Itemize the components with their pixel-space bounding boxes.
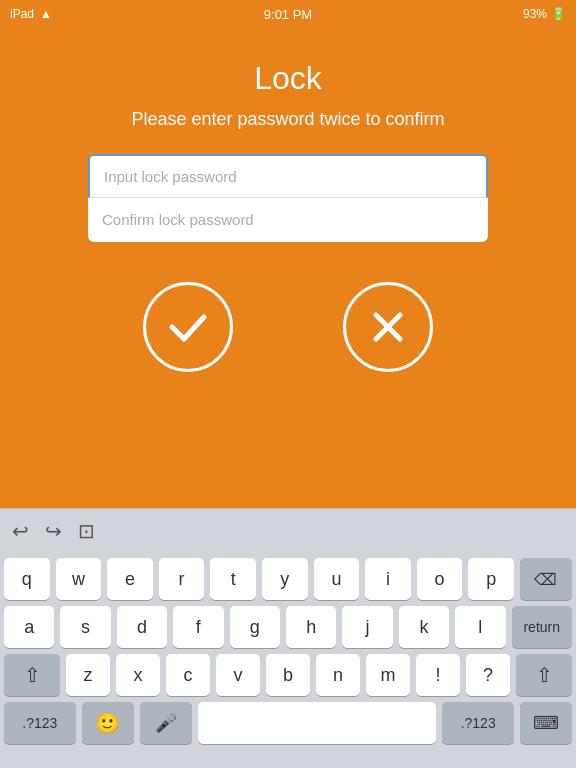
key-t[interactable]: t: [210, 558, 256, 600]
keyboard-keys: q w e r t y u i o p ⌫ a s d f g h j k l …: [0, 552, 576, 744]
key-a[interactable]: a: [4, 606, 54, 648]
keyboard-switch-key[interactable]: ⌨: [520, 702, 572, 744]
key-z[interactable]: z: [66, 654, 110, 696]
key-question[interactable]: ?: [466, 654, 510, 696]
key-p[interactable]: p: [468, 558, 514, 600]
status-time: 9:01 PM: [264, 7, 312, 22]
status-left: iPad ▲: [10, 7, 52, 21]
emoji-key[interactable]: 🙂: [82, 702, 134, 744]
copy-button[interactable]: ⊡: [78, 519, 95, 543]
status-bar: iPad ▲ 9:01 PM 93% 🔋: [0, 0, 576, 28]
x-icon: [364, 303, 412, 351]
keyboard: ↩ ↪ ⊡ q w e r t y u i o p ⌫ a s d f g h …: [0, 508, 576, 768]
key-e[interactable]: e: [107, 558, 153, 600]
key-o[interactable]: o: [417, 558, 463, 600]
key-exclaim[interactable]: !: [416, 654, 460, 696]
key-w[interactable]: w: [56, 558, 102, 600]
return-key[interactable]: return: [512, 606, 572, 648]
main-content: Lock Please enter password twice to conf…: [0, 0, 576, 520]
key-d[interactable]: d: [117, 606, 167, 648]
password-input-1[interactable]: [88, 154, 488, 198]
status-right: 93% 🔋: [523, 7, 566, 21]
redo-button[interactable]: ↪: [45, 519, 62, 543]
key-row-2: a s d f g h j k l return: [4, 606, 572, 648]
keyboard-toolbar: ↩ ↪ ⊡: [0, 508, 576, 552]
key-j[interactable]: j: [342, 606, 392, 648]
undo-button[interactable]: ↩: [12, 519, 29, 543]
key-k[interactable]: k: [399, 606, 449, 648]
key-b[interactable]: b: [266, 654, 310, 696]
confirm-button[interactable]: [143, 282, 233, 372]
key-r[interactable]: r: [159, 558, 205, 600]
key-h[interactable]: h: [286, 606, 336, 648]
wifi-icon: ▲: [40, 7, 52, 21]
checkmark-icon: [164, 303, 212, 351]
number-key-right[interactable]: .?123: [442, 702, 514, 744]
mic-key[interactable]: 🎤: [140, 702, 192, 744]
key-m[interactable]: m: [366, 654, 410, 696]
key-y[interactable]: y: [262, 558, 308, 600]
page-title: Lock: [254, 60, 322, 97]
battery-icon: 🔋: [551, 7, 566, 21]
key-g[interactable]: g: [230, 606, 280, 648]
cancel-button[interactable]: [343, 282, 433, 372]
key-q[interactable]: q: [4, 558, 50, 600]
key-i[interactable]: i: [365, 558, 411, 600]
shift-key-left[interactable]: ⇧: [4, 654, 60, 696]
password-input-2[interactable]: [88, 198, 488, 242]
key-n[interactable]: n: [316, 654, 360, 696]
backspace-key[interactable]: ⌫: [520, 558, 572, 600]
key-row-1: q w e r t y u i o p ⌫: [4, 558, 572, 600]
space-key[interactable]: [198, 702, 437, 744]
key-l[interactable]: l: [455, 606, 505, 648]
device-label: iPad: [10, 7, 34, 21]
key-row-3: ⇧ z x c v b n m ! ? ⇧: [4, 654, 572, 696]
page-subtitle: Please enter password twice to confirm: [131, 109, 444, 130]
key-x[interactable]: x: [116, 654, 160, 696]
key-v[interactable]: v: [216, 654, 260, 696]
password-inputs: [88, 154, 488, 242]
key-row-4: .?123 🙂 🎤 .?123 ⌨: [4, 702, 572, 744]
key-f[interactable]: f: [173, 606, 223, 648]
number-key-left[interactable]: .?123: [4, 702, 76, 744]
key-s[interactable]: s: [60, 606, 110, 648]
key-u[interactable]: u: [314, 558, 360, 600]
battery-label: 93%: [523, 7, 547, 21]
action-buttons: [88, 282, 488, 372]
key-c[interactable]: c: [166, 654, 210, 696]
shift-key-right[interactable]: ⇧: [516, 654, 572, 696]
